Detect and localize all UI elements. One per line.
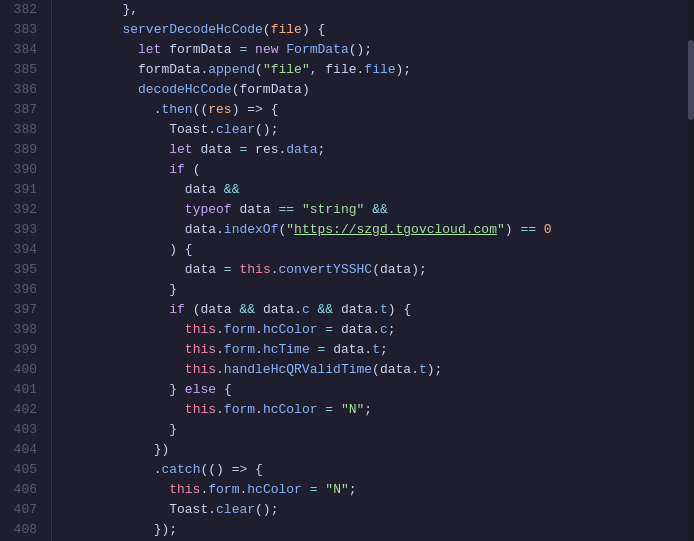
code-line-389: let data = res.data;: [60, 140, 694, 160]
code-line-395: data = this.convertYSSHC(data);: [60, 260, 694, 280]
line-num-386: 386: [0, 80, 43, 100]
code-line-401: } else {: [60, 380, 694, 400]
code-line-382: },: [60, 0, 694, 20]
code-line-392: typeof data == "string" &&: [60, 200, 694, 220]
code-line-399: this.form.hcTime = data.t;: [60, 340, 694, 360]
line-num-398: 398: [0, 320, 43, 340]
scrollbar[interactable]: [688, 0, 694, 541]
code-line-402: this.form.hcColor = "N";: [60, 400, 694, 420]
code-line-407: Toast.clear();: [60, 500, 694, 520]
line-num-395: 395: [0, 260, 43, 280]
code-line-404: }): [60, 440, 694, 460]
code-line-390: if (: [60, 160, 694, 180]
code-line-400: this.handleHcQRValidTime(data.t);: [60, 360, 694, 380]
line-num-408: 408: [0, 520, 43, 540]
line-num-399: 399: [0, 340, 43, 360]
line-num-388: 388: [0, 120, 43, 140]
line-num-382: 382: [0, 0, 43, 20]
line-num-404: 404: [0, 440, 43, 460]
line-num-405: 405: [0, 460, 43, 480]
code-line-405: .catch(() => {: [60, 460, 694, 480]
code-line-406: this.form.hcColor = "N";: [60, 480, 694, 500]
line-num-403: 403: [0, 420, 43, 440]
line-num-393: 393: [0, 220, 43, 240]
line-num-396: 396: [0, 280, 43, 300]
line-num-402: 402: [0, 400, 43, 420]
line-num-385: 385: [0, 60, 43, 80]
code-line-398: this.form.hcColor = data.c;: [60, 320, 694, 340]
code-line-385: formData.append("file", file.file);: [60, 60, 694, 80]
code-line-393: data.indexOf("https://szgd.tgovcloud.com…: [60, 220, 694, 240]
line-num-391: 391: [0, 180, 43, 200]
code-line-394: ) {: [60, 240, 694, 260]
code-line-396: }: [60, 280, 694, 300]
line-num-394: 394: [0, 240, 43, 260]
code-line-397: if (data && data.c && data.t) {: [60, 300, 694, 320]
code-line-408: });: [60, 520, 694, 540]
line-num-389: 389: [0, 140, 43, 160]
line-num-401: 401: [0, 380, 43, 400]
line-num-407: 407: [0, 500, 43, 520]
line-num-392: 392: [0, 200, 43, 220]
line-numbers: 382 383 384 385 386 387 388 389 390 391 …: [0, 0, 52, 541]
line-num-383: 383: [0, 20, 43, 40]
code-lines: }, serverDecodeHcCode(file) { let formDa…: [52, 0, 694, 541]
code-line-387: .then((res) => {: [60, 100, 694, 120]
line-num-384: 384: [0, 40, 43, 60]
code-line-388: Toast.clear();: [60, 120, 694, 140]
code-line-403: }: [60, 420, 694, 440]
line-num-400: 400: [0, 360, 43, 380]
line-num-387: 387: [0, 100, 43, 120]
code-line-383: serverDecodeHcCode(file) {: [60, 20, 694, 40]
line-num-390: 390: [0, 160, 43, 180]
code-line-391: data &&: [60, 180, 694, 200]
line-num-397: 397: [0, 300, 43, 320]
code-line-384: let formData = new FormData();: [60, 40, 694, 60]
code-editor: 382 383 384 385 386 387 388 389 390 391 …: [0, 0, 694, 541]
line-num-406: 406: [0, 480, 43, 500]
code-line-386: decodeHcCode(formData): [60, 80, 694, 100]
scrollbar-thumb[interactable]: [688, 40, 694, 120]
